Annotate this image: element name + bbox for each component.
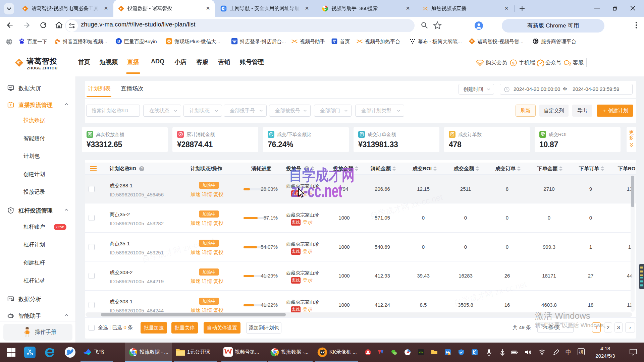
svg-text:B: B (117, 39, 120, 43)
svg-text:$: $ (512, 61, 515, 65)
